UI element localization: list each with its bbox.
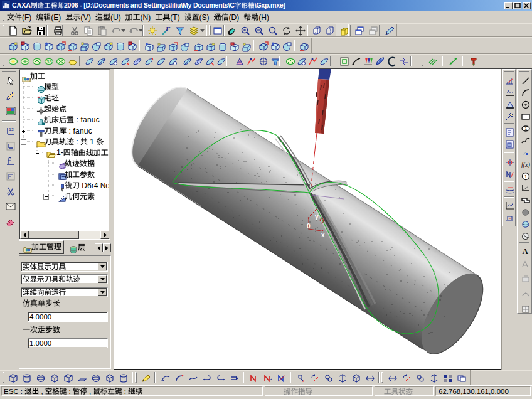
svg-text:1: 1 — [524, 174, 527, 179]
svg-text:x: x — [321, 231, 325, 238]
svg-text:0: 0 — [307, 223, 311, 230]
svg-text:12: 12 — [9, 127, 14, 132]
svg-text:y: y — [315, 213, 319, 220]
svg-text:33: 33 — [46, 59, 52, 65]
svg-text:A: A — [523, 247, 529, 256]
svg-text:F: F — [165, 26, 171, 33]
svg-text:f(x): f(x) — [521, 161, 531, 169]
